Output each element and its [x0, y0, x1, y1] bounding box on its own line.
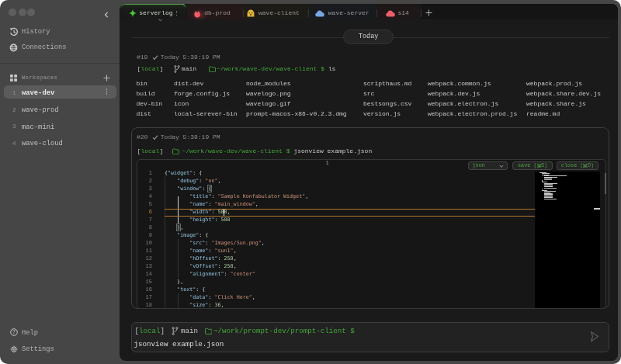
svg-text:?: ?: [12, 330, 16, 335]
